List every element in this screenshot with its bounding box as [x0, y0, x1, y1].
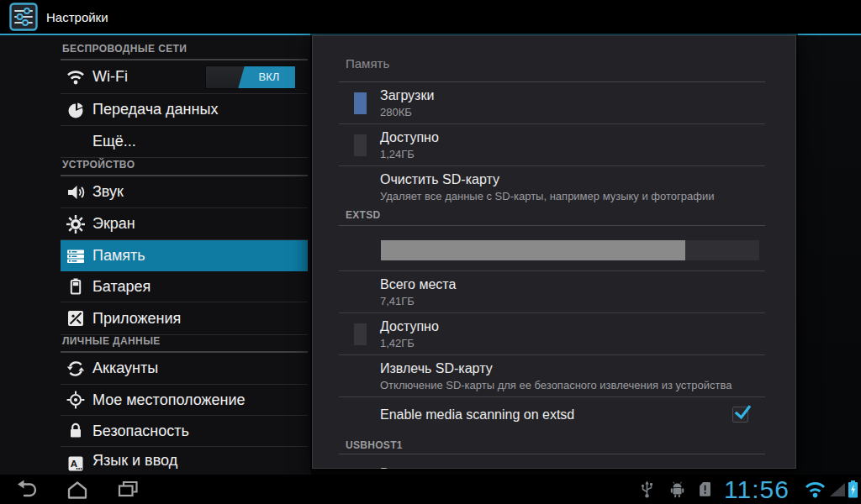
recents-icon: [115, 479, 140, 501]
sidebar-item-label: Wi-Fi: [92, 68, 128, 86]
sidebar-item-label: Ещё...: [92, 133, 136, 150]
sidebar-item-apps[interactable]: Приложения: [61, 302, 308, 335]
row-subtitle: Отключение SD-карты для ее безопасного и…: [380, 379, 765, 391]
section-header-usbhost1: USBHOST1: [339, 435, 765, 454]
extsd-usage-bar-row: [339, 226, 765, 271]
sidebar-item-more[interactable]: Ещё...: [61, 126, 308, 158]
storage-row-downloads[interactable]: Загрузки 280КБ: [339, 82, 765, 124]
section-header-personal: ЛИЧНЫЕ ДАННЫЕ: [61, 335, 308, 353]
sidebar-item-label: Память: [92, 247, 145, 265]
storage-row-total-extsd[interactable]: Всего места 7,41ГБ: [339, 271, 765, 313]
sidebar-item-location[interactable]: Мое местоположение: [61, 385, 308, 416]
storage-row-unmount-sd[interactable]: Извлечь SD-карту Отключение SD-карты для…: [339, 355, 765, 397]
checkmark-icon: [734, 404, 753, 423]
home-button[interactable]: [65, 479, 90, 501]
sidebar-item-sound[interactable]: Звук: [61, 176, 308, 208]
row-title: Доступно: [380, 319, 765, 334]
sidebar-item-label: Аккаунты: [92, 360, 158, 377]
sidebar-item-label: Язык и ввод: [92, 452, 177, 470]
location-icon: [66, 390, 86, 410]
sdcard-alert-icon: [699, 481, 711, 497]
sidebar-item-data-usage[interactable]: Передача данных: [61, 94, 308, 126]
section-header-wireless: БЕСПРОВОДНЫЕ СЕТИ: [61, 35, 308, 60]
svg-text:A: A: [71, 458, 77, 468]
wifi-icon: [66, 67, 86, 87]
home-icon: [65, 479, 90, 501]
wifi-status-icon: [804, 480, 827, 498]
row-title: Enable media scanning on extsd: [380, 407, 765, 423]
system-navigation-bar: 11:56: [0, 475, 861, 504]
content-area: БЕСПРОВОДНЫЕ СЕТИ Wi-Fi ВКЛ: [0, 35, 861, 475]
sidebar-item-display[interactable]: Экран: [61, 208, 308, 240]
language-icon: A: [66, 454, 86, 474]
storage-row-available-extsd[interactable]: Доступно 1,42ГБ: [339, 313, 765, 355]
sidebar-item-label: Передача данных: [92, 101, 218, 118]
page-title: Настройки: [46, 10, 108, 24]
sidebar-item-label: Безопасность: [92, 423, 189, 440]
row-title: Всего места: [380, 466, 765, 469]
settings-sliders-icon: [9, 3, 38, 31]
media-scanning-checkbox[interactable]: [732, 407, 748, 423]
dialog-title: Память: [339, 36, 765, 82]
row-title: Очистить SD-карту: [380, 172, 765, 187]
row-subtitle: Удаляет все данные с SD-карты, например …: [380, 190, 765, 202]
row-value: 1,42ГБ: [380, 337, 765, 349]
action-bar: Настройки: [0, 0, 861, 34]
sidebar-item-label: Приложения: [92, 310, 181, 328]
display-icon: [66, 214, 86, 234]
row-title: Загрузки: [380, 88, 765, 103]
section-header-extsd: EXTSD: [339, 209, 765, 226]
status-clock: 11:56: [724, 475, 790, 504]
section-header-device: УСТРОЙСТВО: [61, 158, 308, 176]
lock-icon: [66, 421, 86, 441]
back-icon: [14, 479, 40, 501]
sidebar-item-label: Мое местоположение: [92, 391, 246, 409]
adb-debug-icon: [668, 481, 686, 498]
storage-row-media-scanning[interactable]: Enable media scanning on extsd: [339, 397, 765, 435]
row-title: Доступно: [380, 130, 765, 145]
back-button[interactable]: [14, 479, 40, 501]
storage-dialog: Память Загрузки 280КБ Доступно 1,24ГБ Оч…: [312, 35, 796, 469]
sidebar-item-label: Звук: [92, 183, 124, 201]
storage-row-erase-sd[interactable]: Очистить SD-карту Удаляет все данные с S…: [339, 166, 765, 209]
row-value: 7,41ГБ: [380, 295, 765, 307]
sidebar-item-battery[interactable]: Батарея: [61, 271, 308, 302]
storage-usage-bar: [381, 240, 759, 260]
sidebar-item-label: Батарея: [92, 278, 151, 296]
storage-row-available-internal[interactable]: Доступно 1,24ГБ: [339, 124, 765, 166]
storage-usage-bar-fill: [381, 240, 685, 260]
battery-icon: [66, 276, 86, 297]
sidebar-item-language[interactable]: A Язык и ввод: [61, 447, 308, 475]
row-value: 280КБ: [380, 106, 765, 118]
sound-icon: [66, 182, 86, 202]
recents-button[interactable]: [115, 479, 140, 501]
sidebar-item-storage[interactable]: Память: [61, 240, 308, 271]
row-title: Извлечь SD-карту: [380, 361, 765, 376]
downloads-color-swatch: [354, 92, 367, 114]
android-settings-screen: Настройки БЕСПРОВОДНЫЕ СЕТИ Wi-Fi ВКЛ: [0, 0, 861, 504]
available-color-swatch: [354, 323, 367, 345]
sync-icon: [66, 359, 86, 379]
settings-sidebar: БЕСПРОВОДНЫЕ СЕТИ Wi-Fi ВКЛ: [0, 35, 311, 475]
toggle-on-label: ВКЛ: [243, 66, 295, 88]
sidebar-item-wifi[interactable]: Wi-Fi ВКЛ: [61, 60, 308, 94]
sidebar-item-label: Экран: [92, 215, 135, 233]
data-usage-icon: [66, 100, 86, 120]
cell-signal-icon: [829, 482, 846, 497]
sidebar-item-accounts[interactable]: Аккаунты: [61, 353, 308, 385]
clipped-row-usbhost[interactable]: Всего места: [339, 454, 765, 469]
row-value: 1,24ГБ: [380, 148, 765, 160]
sidebar-item-security[interactable]: Безопасность: [61, 416, 308, 447]
storage-icon: [66, 246, 86, 266]
usb-icon: [640, 480, 654, 499]
row-title: Всего места: [380, 277, 765, 292]
available-color-swatch: [354, 134, 367, 156]
battery-charging-icon: [848, 480, 858, 498]
apps-icon: [66, 308, 86, 328]
wifi-toggle[interactable]: ВКЛ: [205, 66, 296, 89]
